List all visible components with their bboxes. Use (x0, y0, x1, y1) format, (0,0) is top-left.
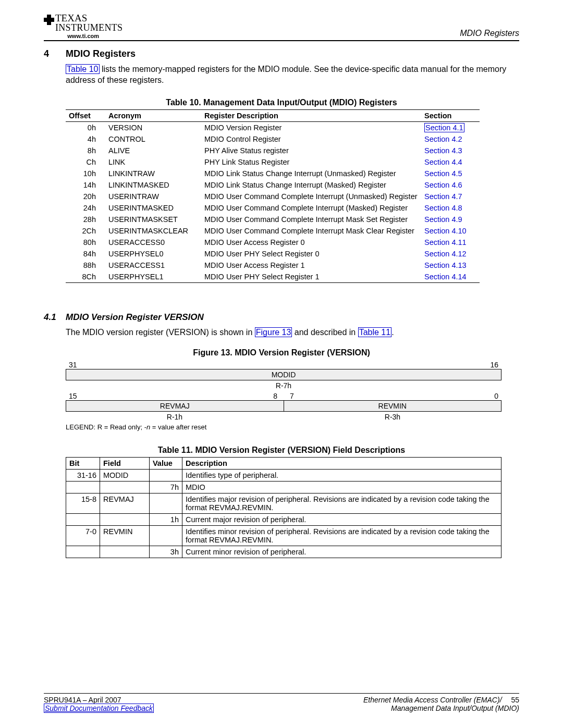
cell-acronym: USERACCESS0 (105, 237, 201, 248)
table-row: 8hALIVEPHY Alive Status registerSection … (66, 145, 480, 156)
section-link[interactable]: Section 4.4 (424, 158, 462, 166)
cell-offset: 10h (66, 168, 105, 179)
table-row: 0hVERSIONMDIO Version RegisterSection 4.… (66, 122, 480, 134)
field-modid: MODID (66, 369, 501, 380)
cell-section: Section 4.6 (421, 179, 480, 191)
table-row: 7-0REVMINIdentifies minor revision of pe… (66, 526, 501, 546)
cell-bit (66, 546, 100, 558)
cell-section: Section 4.12 (421, 248, 480, 260)
bit-8: 8 (173, 392, 284, 400)
section-link[interactable]: Section 4.12 (424, 250, 467, 258)
header-title-right: MDIO Registers (460, 29, 519, 38)
cell-offset: Ch (66, 156, 105, 168)
ti-chip-icon (44, 15, 54, 25)
cell-acronym: USERACCESS1 (105, 260, 201, 271)
th-section: Section (421, 110, 480, 122)
bit-15: 15 (69, 392, 173, 400)
cell-section: Section 4.13 (421, 260, 480, 271)
ti-logo-text2: INSTRUMENTS (55, 22, 123, 33)
cell-offset: 2Ch (66, 225, 105, 237)
feedback-link[interactable]: Submit Documentation Feedback (44, 704, 154, 713)
cell-description: MDIO User PHY Select Register 0 (201, 248, 421, 260)
cell-field (100, 546, 150, 558)
table-10-link[interactable]: Table 10 (66, 64, 100, 74)
bit-16: 16 (490, 361, 498, 369)
cell-field (100, 482, 150, 493)
cell-field (100, 514, 150, 526)
cell-desc: MDIO (182, 482, 501, 493)
subsection-number: 4.1 (44, 312, 66, 323)
cell-description: MDIO User Access Register 0 (201, 237, 421, 248)
cell-description: MDIO User Command Complete Interrupt Mas… (201, 225, 421, 237)
reset-revmin: R-3h (284, 412, 501, 422)
table-row: ChLINKPHY Link Status RegisterSection 4.… (66, 156, 480, 168)
table-row: 14hLINKINTMASKEDMDIO Link Status Change … (66, 179, 480, 191)
cell-field: REVMAJ (100, 493, 150, 514)
cell-section: Section 4.5 (421, 168, 480, 179)
cell-offset: 24h (66, 202, 105, 214)
figure-13-link[interactable]: Figure 13 (255, 327, 292, 337)
ti-logo: TEXAS INSTRUMENTS (44, 14, 123, 32)
cell-description: PHY Alive Status register (201, 145, 421, 156)
cell-acronym: USERPHYSEL1 (105, 271, 201, 283)
ti-url: www.ti.com (44, 33, 123, 39)
section-4-paragraph: Table 10 lists the memory-mapped registe… (66, 64, 519, 85)
cell-value (150, 493, 182, 514)
cell-value: 1h (150, 514, 182, 526)
cell-acronym: USERINTRAW (105, 191, 201, 202)
section-link[interactable]: Section 4.8 (424, 204, 462, 212)
cell-offset: 28h (66, 214, 105, 225)
th-acronym: Acronym (105, 110, 201, 122)
cell-section: Section 4.14 (421, 271, 480, 283)
section-link[interactable]: Section 4.7 (424, 192, 462, 201)
cell-section: Section 4.10 (421, 225, 480, 237)
table-row: 7hMDIO (66, 482, 501, 493)
cell-acronym: LINKINTMASKED (105, 179, 201, 191)
section-link[interactable]: Section 4.5 (424, 169, 462, 178)
cell-acronym: USERINTMASKCLEAR (105, 225, 201, 237)
section-link[interactable]: Section 4.1 (424, 123, 464, 132)
cell-section: Section 4.4 (421, 156, 480, 168)
cell-section: Section 4.1 (421, 122, 480, 134)
footer-doc-title2: Management Data Input/Output (MDIO) (391, 704, 519, 712)
th-offset: Offset (66, 110, 105, 122)
cell-acronym: USERINTMASKED (105, 202, 201, 214)
cell-description: MDIO Link Status Change Interrupt (Unmas… (201, 168, 421, 179)
section-link[interactable]: Section 4.11 (424, 238, 467, 246)
cell-acronym: USERPHYSEL0 (105, 248, 201, 260)
section-link[interactable]: Section 4.10 (424, 227, 467, 235)
doc-id: SPRU941A – April 2007 (44, 696, 154, 704)
cell-field: MODID (100, 470, 150, 482)
cell-section: Section 4.9 (421, 214, 480, 225)
cell-description: MDIO Control Register (201, 133, 421, 145)
section-link[interactable]: Section 4.3 (424, 146, 462, 155)
cell-acronym: LINK (105, 156, 201, 168)
section-link[interactable]: Section 4.14 (424, 273, 467, 281)
section-link[interactable]: Section 4.6 (424, 181, 462, 189)
table-11-caption: Table 11. MDIO Version Register (VERSION… (44, 446, 519, 455)
section-link[interactable]: Section 4.2 (424, 135, 462, 143)
table-row: 84hUSERPHYSEL0MDIO User PHY Select Regis… (66, 248, 480, 260)
cell-desc: Identifies minor revision of peripheral.… (182, 526, 501, 546)
section-link[interactable]: Section 4.9 (424, 215, 462, 224)
cell-description: MDIO User PHY Select Register 1 (201, 271, 421, 283)
cell-description: MDIO User Access Register 1 (201, 260, 421, 271)
table-row: 4hCONTROLMDIO Control RegisterSection 4.… (66, 133, 480, 145)
table-row: 24hUSERINTMASKEDMDIO User Command Comple… (66, 202, 480, 214)
cell-description: MDIO Link Status Change Interrupt (Maske… (201, 179, 421, 191)
cell-value (150, 526, 182, 546)
table-row: 1hCurrent major revision of peripheral. (66, 514, 501, 526)
table-11-link[interactable]: Table 11 (358, 327, 392, 337)
table-10: Offset Acronym Register Description Sect… (66, 109, 480, 283)
cell-bit (66, 514, 100, 526)
reset-revmaj: R-1h (66, 412, 284, 422)
cell-value: 7h (150, 482, 182, 493)
table-row: 3hCurrent minor revision of peripheral. (66, 546, 501, 558)
cell-description: PHY Link Status Register (201, 156, 421, 168)
cell-description: MDIO Version Register (201, 122, 421, 134)
cell-description: MDIO User Command Complete Interrupt (Un… (201, 191, 421, 202)
th-description: Description (182, 458, 501, 470)
section-link[interactable]: Section 4.13 (424, 261, 467, 269)
figure-13-diagram: 31 16 MODID R-7h 15 8 7 0 REVMAJ REVMIN … (66, 361, 501, 422)
bit-0: 0 (394, 392, 498, 400)
